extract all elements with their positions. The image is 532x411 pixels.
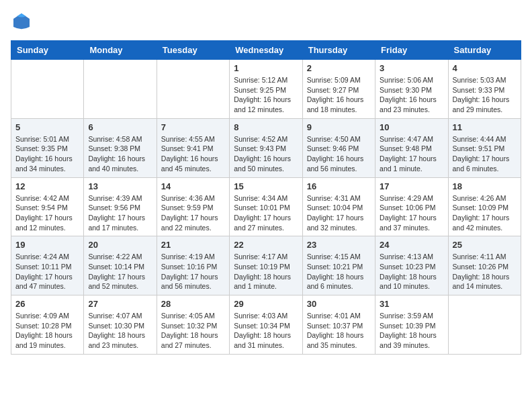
- calendar-cell: [157, 60, 229, 119]
- day-info: Sunrise: 4:07 AM Sunset: 10:30 PM Daylig…: [88, 311, 152, 351]
- calendar-week-5: 26Sunrise: 4:09 AM Sunset: 10:28 PM Dayl…: [11, 295, 521, 355]
- day-header-friday: Friday: [375, 41, 448, 60]
- day-info: Sunrise: 4:52 AM Sunset: 9:43 PM Dayligh…: [234, 134, 298, 174]
- day-number: 15: [234, 181, 298, 191]
- day-info: Sunrise: 5:09 AM Sunset: 9:27 PM Dayligh…: [307, 75, 371, 115]
- calendar-cell: 21Sunrise: 4:19 AM Sunset: 10:16 PM Dayl…: [157, 236, 229, 295]
- day-number: 10: [380, 122, 443, 132]
- day-number: 18: [453, 181, 517, 191]
- day-number: 31: [380, 299, 443, 309]
- calendar-cell: 25Sunrise: 4:11 AM Sunset: 10:26 PM Dayl…: [448, 236, 521, 295]
- page-header: [11, 11, 521, 32]
- day-info: Sunrise: 4:29 AM Sunset: 10:06 PM Daylig…: [380, 193, 443, 233]
- day-info: Sunrise: 4:36 AM Sunset: 9:59 PM Dayligh…: [161, 193, 225, 233]
- day-info: Sunrise: 4:42 AM Sunset: 9:54 PM Dayligh…: [15, 193, 79, 233]
- calendar-cell: 31Sunrise: 3:59 AM Sunset: 10:39 PM Dayl…: [375, 295, 448, 355]
- day-number: 6: [88, 122, 152, 132]
- day-info: Sunrise: 4:47 AM Sunset: 9:48 PM Dayligh…: [380, 134, 443, 174]
- day-number: 29: [234, 299, 298, 309]
- calendar-cell: 19Sunrise: 4:24 AM Sunset: 10:11 PM Dayl…: [11, 236, 84, 295]
- day-info: Sunrise: 4:39 AM Sunset: 9:56 PM Dayligh…: [88, 193, 152, 233]
- day-number: 7: [161, 122, 225, 132]
- calendar-cell: 20Sunrise: 4:22 AM Sunset: 10:14 PM Dayl…: [84, 236, 157, 295]
- day-info: Sunrise: 4:11 AM Sunset: 10:26 PM Daylig…: [453, 252, 517, 291]
- calendar-cell: 27Sunrise: 4:07 AM Sunset: 10:30 PM Dayl…: [84, 295, 157, 355]
- day-number: 23: [307, 240, 371, 250]
- logo: [11, 11, 35, 32]
- day-number: 14: [161, 181, 225, 191]
- calendar-week-4: 19Sunrise: 4:24 AM Sunset: 10:11 PM Dayl…: [11, 236, 521, 295]
- calendar-header-row: SundayMondayTuesdayWednesdayThursdayFrid…: [11, 41, 521, 60]
- calendar-cell: 16Sunrise: 4:31 AM Sunset: 10:04 PM Dayl…: [302, 177, 375, 236]
- day-number: 5: [15, 122, 79, 132]
- day-info: Sunrise: 3:59 AM Sunset: 10:39 PM Daylig…: [380, 311, 443, 351]
- calendar-week-2: 5Sunrise: 5:01 AM Sunset: 9:35 PM Daylig…: [11, 118, 521, 177]
- day-header-tuesday: Tuesday: [157, 41, 229, 60]
- day-number: 12: [15, 181, 79, 191]
- calendar-cell: 22Sunrise: 4:17 AM Sunset: 10:19 PM Dayl…: [230, 236, 302, 295]
- day-info: Sunrise: 5:12 AM Sunset: 9:25 PM Dayligh…: [234, 75, 298, 115]
- calendar-cell: 12Sunrise: 4:42 AM Sunset: 9:54 PM Dayli…: [11, 177, 84, 236]
- day-header-thursday: Thursday: [302, 41, 375, 60]
- day-number: 17: [380, 181, 443, 191]
- calendar-cell: 6Sunrise: 4:58 AM Sunset: 9:38 PM Daylig…: [84, 118, 157, 177]
- day-number: 3: [380, 63, 443, 73]
- day-info: Sunrise: 4:03 AM Sunset: 10:34 PM Daylig…: [234, 311, 298, 351]
- day-number: 1: [234, 63, 298, 73]
- day-number: 19: [15, 240, 79, 250]
- calendar-table: SundayMondayTuesdayWednesdayThursdayFrid…: [11, 40, 521, 355]
- calendar-cell: 9Sunrise: 4:50 AM Sunset: 9:46 PM Daylig…: [302, 118, 375, 177]
- calendar-cell: 18Sunrise: 4:26 AM Sunset: 10:09 PM Dayl…: [448, 177, 521, 236]
- day-number: 26: [15, 299, 79, 309]
- day-number: 20: [88, 240, 152, 250]
- calendar-cell: 1Sunrise: 5:12 AM Sunset: 9:25 PM Daylig…: [230, 60, 302, 119]
- calendar-cell: [448, 295, 521, 355]
- day-header-saturday: Saturday: [448, 41, 521, 60]
- day-info: Sunrise: 4:17 AM Sunset: 10:19 PM Daylig…: [234, 252, 298, 291]
- day-number: 24: [380, 240, 443, 250]
- calendar-cell: 10Sunrise: 4:47 AM Sunset: 9:48 PM Dayli…: [375, 118, 448, 177]
- calendar-cell: 11Sunrise: 4:44 AM Sunset: 9:51 PM Dayli…: [448, 118, 521, 177]
- calendar-cell: 29Sunrise: 4:03 AM Sunset: 10:34 PM Dayl…: [230, 295, 302, 355]
- calendar-cell: 26Sunrise: 4:09 AM Sunset: 10:28 PM Dayl…: [11, 295, 84, 355]
- day-info: Sunrise: 4:01 AM Sunset: 10:37 PM Daylig…: [307, 311, 371, 351]
- day-info: Sunrise: 4:19 AM Sunset: 10:16 PM Daylig…: [161, 252, 225, 291]
- day-info: Sunrise: 4:34 AM Sunset: 10:01 PM Daylig…: [234, 193, 298, 233]
- day-info: Sunrise: 4:09 AM Sunset: 10:28 PM Daylig…: [15, 311, 79, 351]
- day-info: Sunrise: 4:50 AM Sunset: 9:46 PM Dayligh…: [307, 134, 371, 174]
- day-info: Sunrise: 4:55 AM Sunset: 9:41 PM Dayligh…: [161, 134, 225, 174]
- day-info: Sunrise: 4:58 AM Sunset: 9:38 PM Dayligh…: [88, 134, 152, 174]
- day-header-monday: Monday: [84, 41, 157, 60]
- day-header-wednesday: Wednesday: [230, 41, 302, 60]
- calendar-week-1: 1Sunrise: 5:12 AM Sunset: 9:25 PM Daylig…: [11, 60, 521, 119]
- day-number: 28: [161, 299, 225, 309]
- day-header-sunday: Sunday: [11, 41, 84, 60]
- calendar-cell: 7Sunrise: 4:55 AM Sunset: 9:41 PM Daylig…: [157, 118, 229, 177]
- calendar-cell: 3Sunrise: 5:06 AM Sunset: 9:30 PM Daylig…: [375, 60, 448, 119]
- day-number: 30: [307, 299, 371, 309]
- calendar-cell: 8Sunrise: 4:52 AM Sunset: 9:43 PM Daylig…: [230, 118, 302, 177]
- day-info: Sunrise: 5:03 AM Sunset: 9:33 PM Dayligh…: [453, 75, 517, 115]
- calendar-cell: 15Sunrise: 4:34 AM Sunset: 10:01 PM Dayl…: [230, 177, 302, 236]
- calendar-cell: 14Sunrise: 4:36 AM Sunset: 9:59 PM Dayli…: [157, 177, 229, 236]
- day-info: Sunrise: 4:26 AM Sunset: 10:09 PM Daylig…: [453, 193, 517, 233]
- calendar-week-3: 12Sunrise: 4:42 AM Sunset: 9:54 PM Dayli…: [11, 177, 521, 236]
- day-number: 27: [88, 299, 152, 309]
- calendar-cell: 30Sunrise: 4:01 AM Sunset: 10:37 PM Dayl…: [302, 295, 375, 355]
- day-info: Sunrise: 4:13 AM Sunset: 10:23 PM Daylig…: [380, 252, 443, 291]
- logo-icon: [11, 11, 32, 32]
- day-info: Sunrise: 4:15 AM Sunset: 10:21 PM Daylig…: [307, 252, 371, 291]
- day-info: Sunrise: 4:05 AM Sunset: 10:32 PM Daylig…: [161, 311, 225, 351]
- calendar-cell: 2Sunrise: 5:09 AM Sunset: 9:27 PM Daylig…: [302, 60, 375, 119]
- calendar-cell: 13Sunrise: 4:39 AM Sunset: 9:56 PM Dayli…: [84, 177, 157, 236]
- calendar-cell: 23Sunrise: 4:15 AM Sunset: 10:21 PM Dayl…: [302, 236, 375, 295]
- day-number: 25: [453, 240, 517, 250]
- day-number: 9: [307, 122, 371, 132]
- calendar-cell: [11, 60, 84, 119]
- calendar-cell: 4Sunrise: 5:03 AM Sunset: 9:33 PM Daylig…: [448, 60, 521, 119]
- day-number: 22: [234, 240, 298, 250]
- day-info: Sunrise: 4:31 AM Sunset: 10:04 PM Daylig…: [307, 193, 371, 233]
- calendar-cell: 5Sunrise: 5:01 AM Sunset: 9:35 PM Daylig…: [11, 118, 84, 177]
- calendar-cell: [84, 60, 157, 119]
- day-number: 21: [161, 240, 225, 250]
